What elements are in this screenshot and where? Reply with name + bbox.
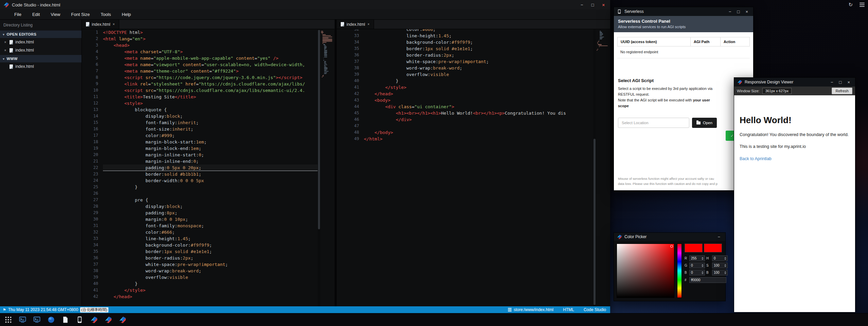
- tab-close-icon[interactable]: ×: [368, 22, 370, 26]
- table-empty-text: No registered endpoint: [617, 46, 750, 58]
- status-language[interactable]: HTML: [563, 307, 574, 312]
- tab-label: index.html: [92, 22, 110, 27]
- workspace: Directory Listing ▾OPEN EDITORS×index.ht…: [0, 20, 610, 306]
- picker-cursor-icon[interactable]: [670, 245, 673, 248]
- color-field-b-4[interactable]: 0: [689, 270, 705, 275]
- saturation-value-picker[interactable]: [617, 244, 674, 298]
- section-label: OPEN EDITORS: [6, 32, 36, 36]
- minimap[interactable]: [596, 29, 610, 306]
- menu-tools[interactable]: Tools: [101, 12, 111, 17]
- taskbar-serverless-icon[interactable]: [76, 316, 83, 323]
- sidebar-item-index.html[interactable]: index.html: [0, 62, 82, 71]
- spinner-icon[interactable]: [701, 271, 704, 274]
- taskbar-studio-icon[interactable]: [105, 316, 112, 323]
- scrollbar[interactable]: [318, 29, 320, 306]
- taskbar-file-icon[interactable]: [62, 316, 69, 323]
- close-button[interactable]: ×: [745, 9, 748, 14]
- close-icon[interactable]: ×: [3, 40, 7, 44]
- file-name: index.html: [15, 64, 34, 69]
- maximize-button[interactable]: □: [591, 3, 594, 7]
- hex-input[interactable]: ff0000: [689, 277, 726, 283]
- taskbar-terminal-icon[interactable]: [33, 316, 40, 323]
- color-field-h-1[interactable]: 0: [712, 255, 728, 261]
- tab-index-html[interactable]: index.html ×: [82, 20, 119, 29]
- code-studio-logo-icon: [3, 2, 9, 7]
- color-field-s-3[interactable]: 100: [712, 263, 728, 268]
- minimize-button[interactable]: −: [729, 9, 731, 14]
- close-button[interactable]: ×: [847, 80, 850, 84]
- select-placeholder: Select Location: [622, 121, 649, 125]
- scrollbar-thumb[interactable]: [594, 139, 596, 305]
- color-picker-body: R255H0G0S100B0B100 # ff0000: [614, 241, 725, 301]
- maximize-button[interactable]: □: [839, 80, 842, 84]
- code-content[interactable]: <!DOCTYPE html><html lang="en"> <head> <…: [103, 29, 318, 300]
- sidebar-section-www[interactable]: ▾WWW: [0, 55, 82, 62]
- menu-icon[interactable]: [860, 3, 865, 7]
- menu-view[interactable]: View: [51, 12, 60, 17]
- taskbar-studio-icon[interactable]: [90, 316, 98, 323]
- color-picker-title-bar[interactable]: Color Picker −: [614, 233, 725, 241]
- sidebar-item-index.html[interactable]: ×index.html: [0, 38, 82, 46]
- minimap[interactable]: [320, 29, 335, 306]
- spinner-icon[interactable]: [724, 257, 727, 260]
- refresh-icon[interactable]: ↻: [848, 2, 853, 7]
- minimize-button[interactable]: −: [718, 235, 720, 239]
- refresh-button[interactable]: Refresh: [832, 88, 852, 94]
- check-icon: ✓: [730, 134, 733, 138]
- open-button-label: Open: [703, 121, 712, 125]
- menu-font-size[interactable]: Font Size: [71, 12, 90, 17]
- tab-close-icon[interactable]: ×: [113, 22, 115, 26]
- field-value: 0: [691, 264, 701, 267]
- title-bar[interactable]: Code Studio - index.html − □ ×: [0, 0, 610, 9]
- scrollbar[interactable]: [593, 29, 596, 306]
- close-icon[interactable]: ×: [3, 49, 7, 52]
- file-name: index.html: [15, 48, 34, 53]
- spinner-icon[interactable]: [701, 257, 704, 260]
- taskbar-studio-icon[interactable]: [119, 316, 126, 323]
- code-content[interactable]: color:#666; line-height:1.45; background…: [364, 29, 593, 142]
- menu-help[interactable]: Help: [122, 12, 131, 17]
- menu-bar: FileEditViewFont SizeToolsHelp: [0, 9, 610, 20]
- code-editor-left[interactable]: 1234567891011121314151617181920212223242…: [82, 29, 335, 306]
- scrollbar-thumb[interactable]: [318, 30, 320, 229]
- viewer-title-bar[interactable]: Responsive Design Viewer − □ ×: [734, 78, 855, 87]
- editor-pane-left: index.html × 123456789101112131415161718…: [82, 20, 335, 306]
- color-field-r-0[interactable]: 255: [689, 255, 705, 261]
- menu-file[interactable]: File: [14, 12, 21, 17]
- section-description: Select a script to be executed by 3rd pa…: [618, 86, 749, 109]
- hex-label: #: [685, 278, 688, 282]
- color-picker-window: Color Picker − R255H0G0S100B0B100 # ff00…: [614, 232, 726, 301]
- window-size-input[interactable]: 361px x 627px: [762, 88, 792, 94]
- maximize-button[interactable]: □: [737, 9, 740, 14]
- close-button[interactable]: ×: [602, 3, 605, 7]
- spinner-icon[interactable]: [724, 271, 727, 274]
- serverless-title-bar[interactable]: Serverless − □ ×: [614, 7, 753, 16]
- sidebar-item-index.html[interactable]: ×index.html: [0, 46, 82, 54]
- tab-index-html[interactable]: index.html ×: [337, 20, 374, 29]
- minimize-button[interactable]: −: [831, 80, 833, 84]
- color-field-g-2[interactable]: 0: [689, 263, 705, 268]
- color-field-b-5[interactable]: 100: [712, 270, 728, 275]
- status-file[interactable]: store:/www/index.html: [508, 307, 553, 312]
- back-link[interactable]: Back to Aprintlab: [740, 156, 772, 161]
- taskbar-terminal-icon[interactable]: [19, 316, 26, 323]
- menu-edit[interactable]: Edit: [32, 12, 40, 17]
- field-value: 255: [691, 256, 701, 260]
- window-title: Code Studio - index.html: [12, 2, 60, 7]
- field-value: 100: [714, 271, 724, 274]
- taskbar-browser-icon[interactable]: [48, 316, 55, 323]
- serverless-app-icon: [617, 9, 622, 14]
- open-button[interactable]: Open: [692, 118, 717, 128]
- minimize-button[interactable]: −: [581, 3, 583, 7]
- file-icon: [10, 40, 13, 44]
- code-editor-right[interactable]: 323334353637383940414243444546474849 col…: [337, 29, 610, 306]
- sidebar: Directory Listing ▾OPEN EDITORS×index.ht…: [0, 20, 82, 306]
- spinner-icon[interactable]: [701, 264, 704, 267]
- table-column-header: AGI Path: [690, 37, 720, 46]
- sidebar-section-open-editors[interactable]: ▾OPEN EDITORS: [0, 31, 82, 38]
- taskbar-launcher-icon[interactable]: [5, 316, 12, 323]
- field-value: 100: [714, 264, 724, 267]
- spinner-icon[interactable]: [724, 264, 727, 267]
- script-location-select[interactable]: Select Location: [618, 118, 689, 128]
- hue-slider[interactable]: [677, 244, 682, 298]
